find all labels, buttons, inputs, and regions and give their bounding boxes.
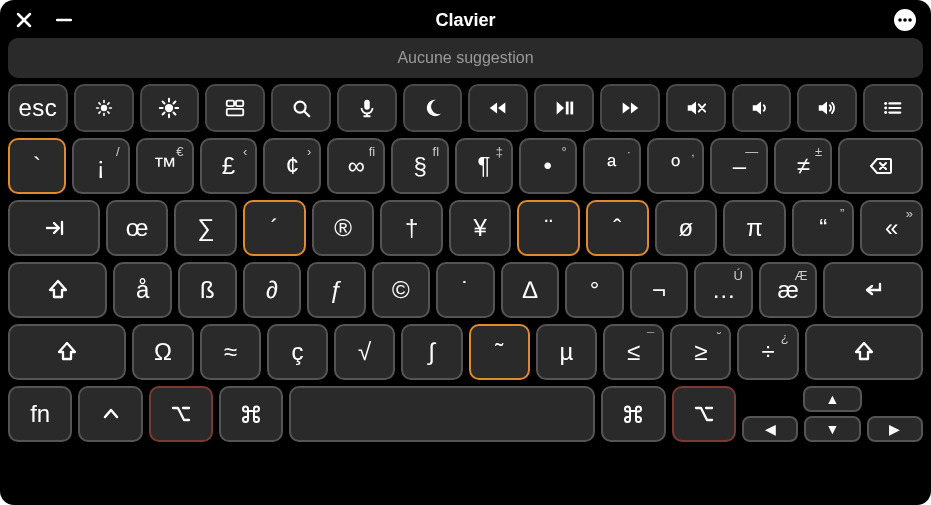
key-9-alt[interactable]: ª·: [583, 138, 641, 194]
key-r-alt[interactable]: ®: [312, 200, 375, 256]
space-key[interactable]: [289, 386, 595, 442]
key-u-alt[interactable]: ¨: [517, 200, 580, 256]
key-2-alt[interactable]: ™€: [136, 138, 194, 194]
key-v-alt[interactable]: √: [334, 324, 395, 380]
key-o-alt[interactable]: ø: [655, 200, 718, 256]
tab-key[interactable]: [8, 200, 100, 256]
key-k-alt[interactable]: °: [565, 262, 624, 318]
volume-down-key[interactable]: [732, 84, 792, 132]
key-g-alt[interactable]: ©: [372, 262, 431, 318]
capslock-key[interactable]: [8, 262, 107, 318]
key-equal-alt[interactable]: ≠±: [774, 138, 832, 194]
option-right-key[interactable]: [672, 386, 736, 442]
key-y-alt[interactable]: ¥: [449, 200, 512, 256]
brightness-down-key[interactable]: [74, 84, 134, 132]
key-m-alt[interactable]: µ: [536, 324, 597, 380]
key-slash-alt[interactable]: ÷¿: [737, 324, 798, 380]
keyboard: esc `¡/™€£‹¢›∞fi§fl¶‡•°ª·º‚–—≠± œ∑´®†¥¨ˆ…: [8, 84, 923, 497]
key-3-alt[interactable]: £‹: [200, 138, 258, 194]
key-6-alt[interactable]: §fl: [391, 138, 449, 194]
forward-key[interactable]: [600, 84, 660, 132]
key-4-alt[interactable]: ¢›: [263, 138, 321, 194]
key-t-alt[interactable]: †: [380, 200, 443, 256]
shift-right-key[interactable]: [805, 324, 923, 380]
arrow-left-key[interactable]: ◀: [742, 416, 798, 442]
key-7-alt[interactable]: ¶‡: [455, 138, 513, 194]
option-left-key[interactable]: [149, 386, 213, 442]
more-icon[interactable]: [893, 8, 917, 32]
key-minus-alt[interactable]: –—: [710, 138, 768, 194]
arrow-up-key[interactable]: ▲: [803, 386, 862, 412]
key-0-alt[interactable]: º‚: [647, 138, 705, 194]
key-h-alt[interactable]: ˙: [436, 262, 495, 318]
command-right-key[interactable]: [601, 386, 665, 442]
key-i-alt[interactable]: ˆ: [586, 200, 649, 256]
minimize-icon[interactable]: [56, 12, 72, 28]
volume-up-key[interactable]: [797, 84, 857, 132]
titlebar: Clavier: [8, 6, 923, 34]
key-p-alt[interactable]: π: [723, 200, 786, 256]
key-c-alt[interactable]: ç: [267, 324, 328, 380]
rewind-key[interactable]: [468, 84, 528, 132]
search-key[interactable]: [271, 84, 331, 132]
command-left-key[interactable]: [219, 386, 283, 442]
suggestion-text: Aucune suggestion: [397, 49, 533, 67]
key-period-alt[interactable]: ≥˘: [670, 324, 731, 380]
keyboard-viewer-window: Clavier Aucune suggestion esc `¡/™€£‹¢›∞…: [0, 0, 931, 505]
arrow-down-key[interactable]: ▼: [804, 416, 860, 442]
mute-key[interactable]: [666, 84, 726, 132]
key-1-alt[interactable]: ¡/: [72, 138, 130, 194]
dictation-key[interactable]: [337, 84, 397, 132]
key-quote-alt[interactable]: æÆ: [759, 262, 818, 318]
key-j-alt[interactable]: ∆: [501, 262, 560, 318]
key-5-alt[interactable]: ∞fi: [327, 138, 385, 194]
brightness-up-key[interactable]: [140, 84, 200, 132]
close-icon[interactable]: [16, 12, 32, 28]
esc-key[interactable]: esc: [8, 84, 68, 132]
key-s-alt[interactable]: ß: [178, 262, 237, 318]
key-semicolon-alt[interactable]: …Ú: [694, 262, 753, 318]
key-e-alt[interactable]: ´: [243, 200, 306, 256]
shift-left-key[interactable]: [8, 324, 126, 380]
list-key[interactable]: [863, 84, 923, 132]
key-b-alt[interactable]: ∫: [401, 324, 462, 380]
mission-control-key[interactable]: [205, 84, 265, 132]
return-key[interactable]: [823, 262, 922, 318]
arrow-cluster: ▲ ◀ ▼ ▶: [742, 386, 923, 442]
key-n-alt[interactable]: ˜: [469, 324, 530, 380]
key-lbracket-alt[interactable]: “”: [792, 200, 855, 256]
key-f-alt[interactable]: ƒ: [307, 262, 366, 318]
key-a-alt[interactable]: å: [113, 262, 172, 318]
window-title: Clavier: [435, 10, 495, 31]
key-d-alt[interactable]: ∂: [243, 262, 302, 318]
key-rbracket-alt[interactable]: «»: [860, 200, 923, 256]
key-w-alt[interactable]: ∑: [174, 200, 237, 256]
key-l-alt[interactable]: ¬: [630, 262, 689, 318]
dnd-key[interactable]: [403, 84, 463, 132]
key-q-alt[interactable]: œ: [106, 200, 169, 256]
arrow-right-key[interactable]: ▶: [867, 416, 923, 442]
key-x-alt[interactable]: ≈: [200, 324, 261, 380]
backspace-key[interactable]: [838, 138, 923, 194]
fn-key[interactable]: fn: [8, 386, 72, 442]
key-comma-alt[interactable]: ≤¯: [603, 324, 664, 380]
backtick-key[interactable]: `: [8, 138, 66, 194]
playpause-key[interactable]: [534, 84, 594, 132]
key-z-alt[interactable]: Ω: [132, 324, 193, 380]
suggestion-bar: Aucune suggestion: [8, 38, 923, 78]
control-key[interactable]: [78, 386, 142, 442]
key-8-alt[interactable]: •°: [519, 138, 577, 194]
